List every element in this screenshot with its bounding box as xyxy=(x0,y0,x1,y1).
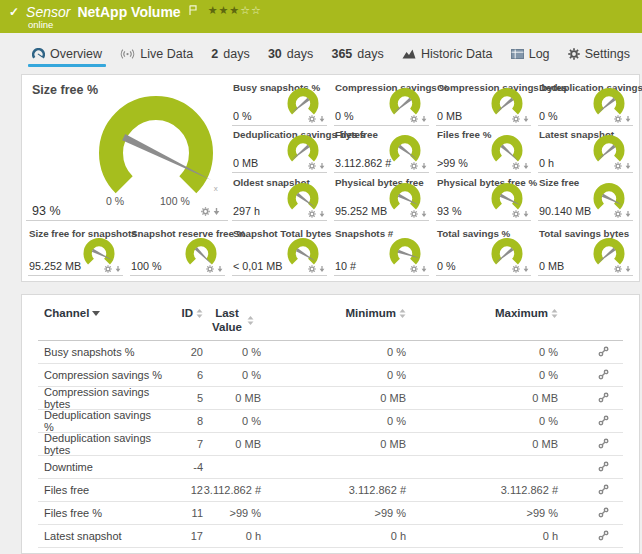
table-row[interactable]: Deduplication savings % 8 0 % 0 % 0 % xyxy=(38,410,623,433)
channel-name[interactable]: Busy snapshots % xyxy=(38,346,163,358)
gauge-settings-icon[interactable] xyxy=(512,162,520,170)
tab-overview[interactable]: Overview xyxy=(30,33,104,74)
tab-historic-data[interactable]: Historic Data xyxy=(400,33,495,74)
gauge-panel[interactable]: Snapshot reserve free % 100 % xyxy=(130,225,225,276)
gauge-panel[interactable]: Snapshot Total bytes < 0,01 MB xyxy=(232,225,327,276)
priority-stars[interactable]: ★★★☆☆ xyxy=(208,4,262,17)
channel-settings-button[interactable] xyxy=(558,346,623,357)
gauge-panel[interactable]: Snapshots # 10 # xyxy=(334,225,429,276)
gauge-pin-icon[interactable] xyxy=(523,162,529,170)
channel-name[interactable]: Compression savings % xyxy=(38,369,163,381)
gauge-settings-icon[interactable] xyxy=(614,115,622,123)
gauge-pin-icon[interactable] xyxy=(421,115,427,123)
primary-gauge-panel[interactable]: Size free % x 0 % 100 % 93 % xyxy=(26,79,228,221)
table-row[interactable]: Latest snapshot 17 0 h 0 h 0 h xyxy=(38,525,623,548)
gauge-pin-icon[interactable] xyxy=(523,210,529,218)
gauge-settings-icon[interactable] xyxy=(308,115,316,123)
column-header-maximum[interactable]: Maximum xyxy=(406,307,558,319)
gauge-pin-icon[interactable] xyxy=(421,265,427,273)
gauge-pin-icon[interactable] xyxy=(625,210,631,218)
gauge-panel[interactable]: Size free 90.140 MB xyxy=(538,174,633,221)
tab-30-days[interactable]: 30 days xyxy=(266,33,315,74)
channel-name[interactable]: Files free % xyxy=(38,507,163,519)
gauge-settings-icon[interactable] xyxy=(104,265,112,273)
gauge-panel[interactable]: Files free 3.112.862 # xyxy=(334,126,429,173)
table-row[interactable]: Oldest snapshot 16 297 h 275 h 297 h xyxy=(38,548,623,554)
table-row[interactable]: Files free 12 3.112.862 # 3.112.862 # 3.… xyxy=(38,479,623,502)
channel-name[interactable]: Deduplication savings % xyxy=(38,409,163,433)
channel-settings-button[interactable] xyxy=(558,507,623,518)
gauge-settings-icon[interactable] xyxy=(614,162,622,170)
channel-name[interactable]: Deduplication savings bytes xyxy=(38,432,163,456)
channel-name[interactable]: Files free xyxy=(38,484,163,496)
column-header-minimum[interactable]: Minimum xyxy=(261,307,406,319)
gauge-pin-icon[interactable] xyxy=(319,210,325,218)
table-row[interactable]: Files free % 11 >99 % >99 % >99 % xyxy=(38,502,623,525)
channel-name[interactable]: Latest snapshot xyxy=(38,530,163,542)
column-header-id[interactable]: ID xyxy=(163,307,203,319)
gauge-pin-icon[interactable] xyxy=(523,265,529,273)
channel-settings-button[interactable] xyxy=(558,484,623,495)
gauge-pin-icon[interactable] xyxy=(319,115,325,123)
gauge-pin-icon[interactable] xyxy=(625,115,631,123)
gauge-settings-icon[interactable] xyxy=(410,265,418,273)
gauge-settings-icon[interactable] xyxy=(410,115,418,123)
gauge-pin-icon[interactable] xyxy=(319,162,325,170)
gauge-panel[interactable]: Oldest snapshot 297 h xyxy=(232,174,327,221)
channel-settings-button[interactable] xyxy=(558,438,623,449)
tab-2-days[interactable]: 2 days xyxy=(209,33,251,74)
gauge-settings-icon[interactable] xyxy=(308,210,316,218)
gauge-settings-icon[interactable] xyxy=(512,210,520,218)
gauge-pin-icon[interactable] xyxy=(217,265,223,273)
gauge-panel[interactable]: Size free for snapshots 95.252 MB xyxy=(28,225,123,276)
gauge-pin-icon[interactable] xyxy=(625,162,631,170)
gauge-panel[interactable]: Compression savings % 0 % xyxy=(334,79,429,126)
tab-live-data[interactable]: Live Data xyxy=(118,33,195,74)
table-row[interactable]: Compression savings bytes 5 0 MB 0 MB 0 … xyxy=(38,387,623,410)
gauge-settings-icon[interactable] xyxy=(614,210,622,218)
channel-name[interactable]: Compression savings bytes xyxy=(38,386,163,410)
gauge-settings-icon[interactable] xyxy=(512,265,520,273)
gauge-settings-icon[interactable] xyxy=(206,265,214,273)
gauge-settings-icon[interactable] xyxy=(512,115,520,123)
table-row[interactable]: Compression savings % 6 0 % 0 % 0 % xyxy=(38,364,623,387)
tab-log[interactable]: Log xyxy=(509,33,552,74)
gauge-settings-icon[interactable] xyxy=(201,207,210,216)
channel-settings-button[interactable] xyxy=(558,369,623,380)
tab-settings[interactable]: Settings xyxy=(566,33,632,74)
gauge-pin-icon[interactable] xyxy=(625,265,631,273)
gauge-pin-icon[interactable] xyxy=(421,210,427,218)
gauge-pin-icon[interactable] xyxy=(421,162,427,170)
flag-icon[interactable] xyxy=(189,5,197,15)
channel-name[interactable]: Downtime xyxy=(38,461,163,473)
channel-settings-button[interactable] xyxy=(558,392,623,403)
gauge-panel[interactable]: Physical bytes free % 93 % xyxy=(436,174,531,221)
gauge-panel[interactable]: Deduplication savings % 0 % xyxy=(538,79,633,126)
gauge-pin-icon[interactable] xyxy=(523,115,529,123)
channel-settings-button[interactable] xyxy=(558,415,623,426)
column-header-last-value[interactable]: Last Value xyxy=(203,307,261,335)
gauge-pin-icon[interactable] xyxy=(213,207,220,216)
gauge-pin-icon[interactable] xyxy=(115,265,121,273)
gauge-panel[interactable]: Total savings % 0 % xyxy=(436,225,531,276)
table-row[interactable]: Downtime -4 xyxy=(38,456,623,479)
table-row[interactable]: Busy snapshots % 20 0 % 0 % 0 % xyxy=(38,341,623,364)
gauge-settings-icon[interactable] xyxy=(308,162,316,170)
channel-settings-button[interactable] xyxy=(558,530,623,541)
gauge-settings-icon[interactable] xyxy=(410,210,418,218)
channel-settings-button[interactable] xyxy=(558,461,623,472)
gauge-settings-icon[interactable] xyxy=(410,162,418,170)
gauge-pin-icon[interactable] xyxy=(319,265,325,273)
gauge-panel[interactable]: Physical bytes free 95.252 MB xyxy=(334,174,429,221)
column-header-channel[interactable]: Channel xyxy=(38,307,163,319)
gauge-panel[interactable]: Files free % >99 % xyxy=(436,126,531,173)
gauge-panel[interactable]: Compression savings bytes 0 MB xyxy=(436,79,531,126)
gauge-panel[interactable]: Deduplication savings bytes 0 MB xyxy=(232,126,327,173)
gauge-panel[interactable]: Latest snapshot 0 h xyxy=(538,126,633,173)
tab-365-days[interactable]: 365 days xyxy=(329,33,385,74)
gauge-panel[interactable]: Total savings bytes 0 MB xyxy=(538,225,633,276)
table-row[interactable]: Deduplication savings bytes 7 0 MB 0 MB … xyxy=(38,433,623,456)
gauge-settings-icon[interactable] xyxy=(614,265,622,273)
gauge-settings-icon[interactable] xyxy=(308,265,316,273)
gauge-panel[interactable]: Busy snapshots % 0 % xyxy=(232,79,327,126)
